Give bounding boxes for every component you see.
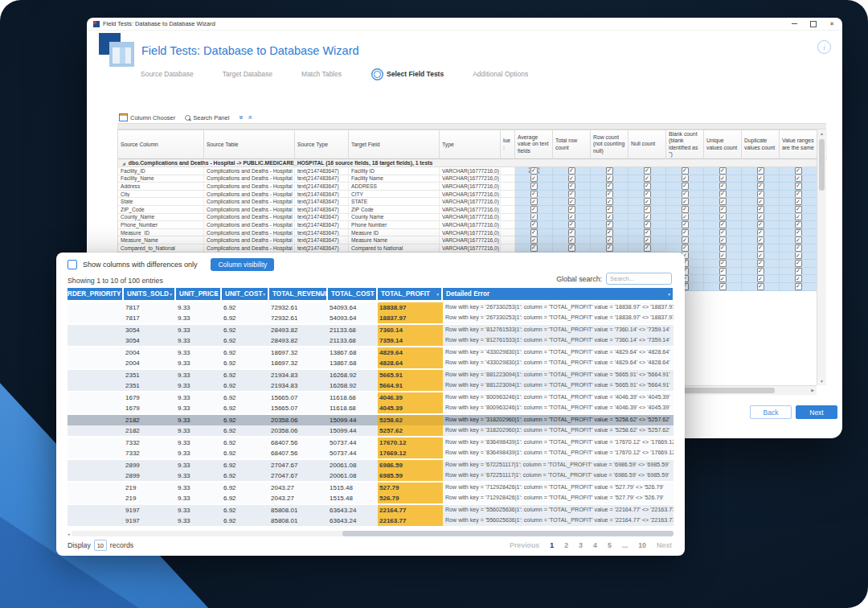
checkbox-checked-icon[interactable]: ✓ bbox=[757, 214, 764, 221]
test-checkbox-cell[interactable]: ✓ bbox=[704, 260, 742, 268]
test-checkbox-cell[interactable]: ✓ bbox=[704, 253, 742, 261]
checkbox-checked-icon[interactable]: ✓ bbox=[644, 229, 651, 236]
checkbox-checked-icon[interactable]: ✓ bbox=[530, 183, 538, 190]
show-differences-checkbox[interactable] bbox=[68, 260, 77, 269]
checkbox-checked-icon[interactable]: ✓ bbox=[644, 206, 651, 213]
checkbox-checked-icon[interactable]: ✓ bbox=[757, 275, 764, 282]
column-header-partial[interactable]: lue : bbox=[501, 130, 515, 159]
checkbox-checked-icon[interactable]: ✓ bbox=[795, 206, 802, 213]
checkbox-checked-icon[interactable]: ✓ bbox=[757, 206, 764, 213]
checkbox-checked-icon[interactable]: ✓ bbox=[682, 183, 689, 190]
table-row[interactable]: Measure_IDComplications and Deaths - Hos… bbox=[118, 229, 826, 237]
checkbox-checked-icon[interactable]: ✓ bbox=[568, 221, 575, 228]
test-checkbox-cell[interactable]: ✓ bbox=[780, 275, 817, 283]
checkbox-checked-icon[interactable]: ✓ bbox=[757, 175, 764, 183]
checkbox-checked-icon[interactable]: ✓ bbox=[757, 221, 764, 228]
result-row[interactable]: 28999.336.9227047.6720061.086985.59Row w… bbox=[68, 470, 674, 481]
result-row[interactable]: 23519.336.9221934.8316268.925664.91Row w… bbox=[68, 380, 674, 391]
test-checkbox-cell[interactable]: ✓ bbox=[666, 191, 704, 199]
test-checkbox-cell[interactable]: ✓ bbox=[704, 244, 742, 253]
test-checkbox-cell[interactable]: ✓ bbox=[704, 236, 742, 244]
checkbox-checked-icon[interactable]: ✓ bbox=[795, 236, 802, 244]
group-expand-icon[interactable]: ◢ bbox=[122, 161, 125, 166]
test-checkbox-cell[interactable]: ✓ bbox=[704, 198, 742, 206]
test-checkbox-cell[interactable]: ✓ bbox=[515, 229, 553, 237]
checkbox-checked-icon[interactable]: ✓ bbox=[719, 244, 727, 252]
pagination-page-1[interactable]: 1 bbox=[550, 541, 554, 549]
pagination-page-4[interactable]: 4 bbox=[593, 541, 597, 549]
checkbox-checked-icon[interactable]: ✓ bbox=[719, 283, 727, 290]
checkbox-checked-icon[interactable]: ✓ bbox=[682, 236, 689, 244]
checkbox-checked-icon[interactable]: ✓ bbox=[530, 244, 538, 252]
checkbox-checked-icon[interactable]: ✓ bbox=[606, 214, 613, 221]
minimize-icon[interactable] bbox=[792, 23, 797, 24]
checkbox-checked-icon[interactable]: ✓ bbox=[606, 183, 613, 190]
test-checkbox-cell[interactable]: ✓ bbox=[515, 244, 553, 253]
maximize-icon[interactable] bbox=[810, 21, 817, 27]
test-checkbox-cell[interactable]: ✓ bbox=[591, 221, 628, 229]
test-checkbox-cell[interactable]: ✓ bbox=[780, 214, 817, 222]
checkbox-checked-icon[interactable]: ✓ bbox=[719, 183, 727, 190]
checkbox-checked-icon[interactable]: ✓ bbox=[795, 268, 802, 275]
test-checkbox-cell[interactable]: ✓ bbox=[628, 198, 666, 206]
result-row[interactable]: 21829.336.9220358.0615099.445257.62Row w… bbox=[68, 425, 674, 436]
next-button[interactable]: Next bbox=[796, 405, 837, 419]
checkbox-checked-icon[interactable]: ✓ bbox=[606, 244, 613, 252]
test-checkbox-cell[interactable]: ✓ bbox=[553, 229, 591, 237]
test-checkbox-cell[interactable]: ✓ bbox=[628, 221, 666, 229]
checkbox-checked-icon[interactable]: ✓ bbox=[606, 221, 613, 228]
checkbox-checked-icon[interactable]: ✓ bbox=[757, 260, 764, 267]
test-checkbox-cell[interactable]: ✓ bbox=[666, 214, 704, 222]
checkbox-checked-icon[interactable]: ✓ bbox=[719, 236, 727, 244]
column-chooser-button[interactable]: Column Chooser bbox=[119, 113, 175, 121]
test-checkbox-cell[interactable]: ✓ bbox=[553, 191, 591, 199]
checkbox-checked-icon[interactable]: ✓ bbox=[682, 167, 689, 175]
checkbox-checked-icon[interactable]: ✓ bbox=[719, 206, 727, 213]
column-header-source-column[interactable]: Source Column bbox=[118, 130, 204, 159]
checkbox-checked-icon[interactable]: ✓ bbox=[795, 229, 802, 236]
checkbox-checked-icon[interactable]: ✓ bbox=[682, 206, 689, 213]
checkbox-checked-icon[interactable]: ✓ bbox=[757, 198, 764, 205]
test-checkbox-cell[interactable]: ✓ bbox=[515, 191, 553, 199]
test-checkbox-cell[interactable]: ✓ bbox=[553, 244, 591, 253]
info-icon[interactable]: i bbox=[817, 40, 831, 54]
test-checkbox-cell[interactable]: ✓ bbox=[704, 183, 742, 191]
checkbox-checked-icon[interactable]: ✓ bbox=[530, 191, 538, 198]
checkbox-checked-icon[interactable]: ✓ bbox=[757, 191, 764, 198]
column-header-total-row-count[interactable]: Total row count bbox=[553, 130, 591, 159]
result-row[interactable]: 20049.336.9218697.3213867.684829.64Row w… bbox=[68, 347, 674, 358]
checkbox-checked-icon[interactable]: ✓ bbox=[795, 191, 802, 198]
test-checkbox-cell[interactable]: ✓ bbox=[628, 236, 666, 244]
table-row[interactable]: AddressComplications and Deaths - Hospit… bbox=[118, 183, 826, 191]
test-checkbox-cell[interactable]: ✓ bbox=[704, 221, 742, 229]
checkbox-checked-icon[interactable]: ✓ bbox=[682, 244, 689, 252]
test-checkbox-cell[interactable]: ✓ bbox=[515, 183, 553, 191]
column-header-unique-values-count[interactable]: Unique values count bbox=[704, 130, 742, 159]
checkbox-checked-icon[interactable]: ✓ bbox=[568, 191, 575, 198]
result-row[interactable]: 2199.336.922043.271515.48527.79Row with … bbox=[68, 483, 674, 493]
column-header-average-value-on-text-fields[interactable]: Average value on text fields bbox=[515, 130, 553, 159]
checkbox-checked-icon[interactable]: ✓ bbox=[568, 229, 575, 236]
test-checkbox-cell[interactable]: ✓ bbox=[515, 206, 553, 214]
checkbox-checked-icon[interactable]: ✓ bbox=[719, 191, 727, 198]
column-header-row-count-not-counting-null[interactable]: Row count (not counting null) bbox=[591, 130, 628, 159]
test-checkbox-cell[interactable]: ✓ bbox=[742, 206, 780, 214]
checkbox-checked-icon[interactable]: ✓ bbox=[644, 214, 651, 221]
checkbox-checked-icon[interactable]: ✓ bbox=[568, 198, 575, 205]
pagination-previous[interactable]: Previous bbox=[510, 541, 539, 549]
checkbox-checked-icon[interactable]: ✓ bbox=[606, 206, 613, 213]
back-button[interactable]: Back bbox=[750, 405, 792, 419]
test-checkbox-cell[interactable]: ✓ bbox=[780, 229, 817, 237]
result-row[interactable]: 21829.336.9220358.0615099.445258.62Row w… bbox=[68, 415, 674, 425]
test-checkbox-cell[interactable]: ✓ bbox=[704, 283, 742, 291]
checkbox-checked-icon[interactable]: ✓ bbox=[568, 175, 575, 183]
checkbox-checked-icon[interactable]: ✓ bbox=[644, 175, 651, 183]
scroll-right-icon[interactable]: ▶ bbox=[811, 388, 814, 392]
test-checkbox-cell[interactable]: ✓ bbox=[742, 191, 780, 199]
result-row[interactable]: 78179.336.9272932.6154093.6418838.97Row … bbox=[68, 302, 674, 313]
checkbox-checked-icon[interactable]: ✓ bbox=[644, 183, 651, 190]
test-checkbox-cell[interactable]: ✓ bbox=[628, 183, 666, 191]
checkbox-checked-icon[interactable]: ✓ bbox=[719, 221, 727, 228]
column-header-null-count[interactable]: Null count bbox=[628, 130, 666, 159]
table-row[interactable]: Facility_NameComplications and Deaths - … bbox=[118, 175, 826, 183]
